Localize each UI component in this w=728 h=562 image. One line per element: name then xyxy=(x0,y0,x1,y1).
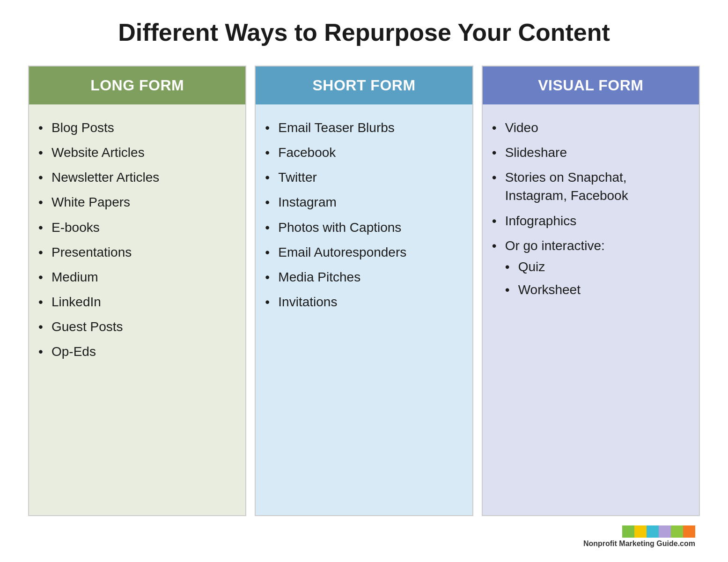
brand-color-blocks xyxy=(622,525,695,538)
long-form-list: Blog Posts Website Articles Newsletter A… xyxy=(38,118,231,361)
list-item: Infographics xyxy=(492,212,685,230)
list-item: Photos with Captions xyxy=(265,218,458,237)
brand-logo: Nonprofit Marketing Guide.com xyxy=(583,525,695,548)
list-item: Website Articles xyxy=(38,143,231,162)
list-item: Or go interactive: Quiz Worksheet xyxy=(492,237,685,299)
list-item: Video xyxy=(492,118,685,137)
list-item: Slideshare xyxy=(492,143,685,162)
list-item: White Papers xyxy=(38,193,231,211)
brand-color-orange xyxy=(683,525,695,538)
brand-color-blue xyxy=(647,525,659,538)
column-short-form: SHORT FORM Email Teaser Blurbs Facebook … xyxy=(255,66,473,516)
visual-form-body: Video Slideshare Stories on Snapchat, In… xyxy=(483,104,699,515)
list-item: Facebook xyxy=(265,143,458,162)
brand-color-purple xyxy=(659,525,671,538)
list-item: Blog Posts xyxy=(38,118,231,137)
short-form-body: Email Teaser Blurbs Facebook Twitter Ins… xyxy=(256,104,472,515)
visual-form-list: Video Slideshare Stories on Snapchat, In… xyxy=(492,118,685,299)
interactive-sub-list: Quiz Worksheet xyxy=(505,258,685,299)
column-long-form: LONG FORM Blog Posts Website Articles Ne… xyxy=(28,66,246,516)
long-form-header: LONG FORM xyxy=(29,67,245,104)
list-item: Medium xyxy=(38,268,231,286)
list-item: Twitter xyxy=(265,168,458,186)
list-item: Stories on Snapchat, Instagram, Facebook xyxy=(492,168,685,205)
list-item: Guest Posts xyxy=(38,318,231,336)
column-visual-form: VISUAL FORM Video Slideshare Stories on … xyxy=(482,66,700,516)
brand-name: Nonprofit Marketing Guide.com xyxy=(583,540,695,548)
list-item: Worksheet xyxy=(505,281,685,299)
list-item: Email Autoresponders xyxy=(265,243,458,261)
footer: Nonprofit Marketing Guide.com xyxy=(28,525,700,548)
short-form-list: Email Teaser Blurbs Facebook Twitter Ins… xyxy=(265,118,458,311)
list-item: Invitations xyxy=(265,293,458,311)
long-form-body: Blog Posts Website Articles Newsletter A… xyxy=(29,104,245,515)
visual-form-header: VISUAL FORM xyxy=(483,67,699,104)
page-title: Different Ways to Repurpose Your Content xyxy=(118,19,610,47)
list-item: Newsletter Articles xyxy=(38,168,231,186)
short-form-header: SHORT FORM xyxy=(256,67,472,104)
list-item: Media Pitches xyxy=(265,268,458,286)
brand-color-yellow xyxy=(634,525,647,538)
list-item: LinkedIn xyxy=(38,293,231,311)
columns-wrapper: LONG FORM Blog Posts Website Articles Ne… xyxy=(28,66,700,516)
brand-color-green xyxy=(622,525,634,538)
list-item: Instagram xyxy=(265,193,458,211)
list-item: Quiz xyxy=(505,258,685,276)
brand-color-lime xyxy=(671,525,683,538)
list-item: Presentations xyxy=(38,243,231,261)
list-item: Email Teaser Blurbs xyxy=(265,118,458,137)
list-item: Op-Eds xyxy=(38,342,231,361)
list-item: E-books xyxy=(38,218,231,237)
